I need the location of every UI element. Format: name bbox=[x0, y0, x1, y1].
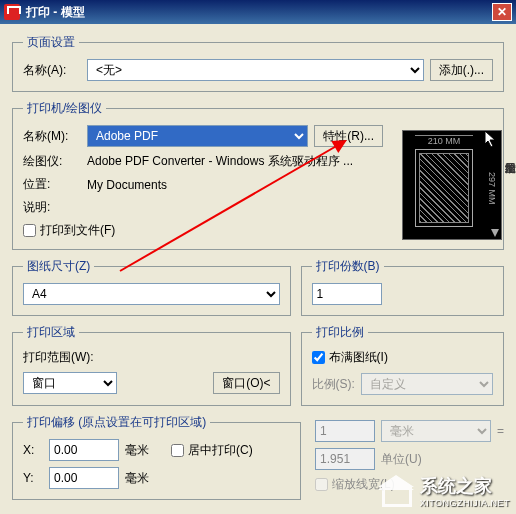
scale-legend: 打印比例 bbox=[312, 324, 368, 341]
print-area-group: 打印区域 打印范围(W): 窗口 窗口(O)< bbox=[12, 324, 291, 406]
x-input[interactable] bbox=[49, 439, 119, 461]
scale-label: 比例(S): bbox=[312, 376, 355, 393]
page-setup-group: 页面设置 名称(A): <无> 添加(.)... bbox=[12, 34, 504, 92]
equals-label: = bbox=[497, 424, 504, 438]
range-label: 打印范围(W): bbox=[23, 349, 94, 366]
preview-height-label: 297 MM bbox=[477, 153, 497, 223]
scale-select: 自定义 bbox=[361, 373, 493, 395]
scale-num-input bbox=[315, 420, 375, 442]
paper-size-select[interactable]: A4 bbox=[23, 283, 280, 305]
close-button[interactable]: ✕ bbox=[492, 3, 512, 21]
add-button[interactable]: 添加(.)... bbox=[430, 59, 493, 81]
y-label: Y: bbox=[23, 471, 43, 485]
location-label: 位置: bbox=[23, 176, 81, 193]
scale-lineweight-checkbox: 缩放线宽(L) bbox=[315, 476, 395, 493]
page-name-label: 名称(A): bbox=[23, 62, 81, 79]
area-legend: 打印区域 bbox=[23, 324, 79, 341]
copies-input[interactable] bbox=[312, 283, 382, 305]
scale-group: 打印比例 布满图纸(I) 比例(S): 自定义 bbox=[301, 324, 504, 406]
offset-legend: 打印偏移 (原点设置在可打印区域) bbox=[23, 414, 210, 431]
copies-legend: 打印份数(B) bbox=[312, 258, 384, 275]
x-label: X: bbox=[23, 443, 43, 457]
page-name-select[interactable]: <无> bbox=[87, 59, 424, 81]
triangle-icon bbox=[491, 229, 499, 237]
copies-group: 打印份数(B) bbox=[301, 258, 504, 316]
range-select[interactable]: 窗口 bbox=[23, 372, 117, 394]
page-setup-legend: 页面设置 bbox=[23, 34, 79, 51]
window-title: 打印 - 模型 bbox=[26, 4, 492, 21]
denom-unit-label: 单位(U) bbox=[381, 451, 422, 468]
offset-group: 打印偏移 (原点设置在可打印区域) X: 毫米 居中打印(C) Y: 毫米 bbox=[12, 414, 301, 500]
scale-unit-select: 毫米 bbox=[381, 420, 491, 442]
preview-width-label: 210 MM bbox=[415, 135, 473, 146]
app-icon bbox=[4, 4, 20, 20]
y-unit: 毫米 bbox=[125, 470, 149, 487]
plotter-label: 绘图仪: bbox=[23, 153, 81, 170]
cursor-icon bbox=[484, 130, 498, 148]
scale-denom-input bbox=[315, 448, 375, 470]
titlebar: 打印 - 模型 ✕ bbox=[0, 0, 516, 24]
location-value: My Documents bbox=[87, 178, 167, 192]
window-button[interactable]: 窗口(O)< bbox=[213, 372, 279, 394]
print-to-file-checkbox[interactable]: 打印到文件(F) bbox=[23, 222, 115, 239]
paper-size-group: 图纸尺寸(Z) A4 bbox=[12, 258, 291, 316]
fit-to-paper-checkbox[interactable]: 布满图纸(I) bbox=[312, 349, 388, 366]
x-unit: 毫米 bbox=[125, 442, 149, 459]
center-checkbox[interactable]: 居中打印(C) bbox=[171, 442, 253, 459]
y-input[interactable] bbox=[49, 467, 119, 489]
printer-name-select[interactable]: Adobe PDF bbox=[87, 125, 308, 147]
description-label: 说明: bbox=[23, 199, 81, 216]
paper-legend: 图纸尺寸(Z) bbox=[23, 258, 94, 275]
printer-legend: 打印机/绘图仪 bbox=[23, 100, 106, 117]
printer-name-label: 名称(M): bbox=[23, 128, 81, 145]
plotter-value: Adobe PDF Converter - Windows 系统驱动程序 ... bbox=[87, 153, 353, 170]
